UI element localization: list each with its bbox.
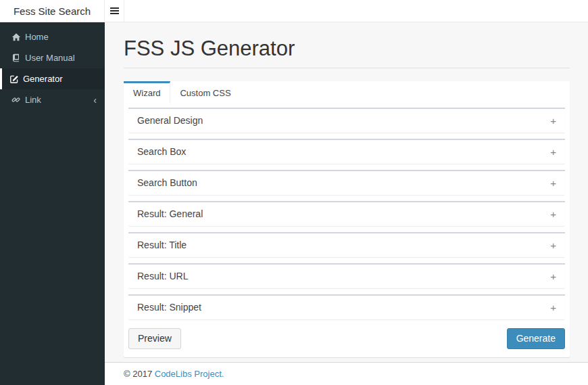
sidebar-item-label: User Manual [25, 53, 75, 63]
action-button-row: Preview Generate [128, 328, 565, 350]
accordion-general-design[interactable]: General Design + [128, 108, 565, 133]
accordion-label: General Design [137, 115, 550, 126]
sidebar-item-link[interactable]: Link ‹ [0, 89, 105, 110]
sidebar-item-label: Home [25, 32, 49, 42]
accordion-result-general[interactable]: Result: General + [128, 201, 565, 226]
preview-button[interactable]: Preview [128, 328, 181, 350]
copyright-text: © 2017 [124, 369, 152, 379]
plus-icon[interactable]: + [550, 209, 556, 219]
tab-custom-css[interactable]: Custom CSS [170, 81, 240, 104]
top-navbar: Fess Site Search [0, 0, 588, 22]
sidebar-item-user-manual[interactable]: User Manual [0, 47, 105, 68]
generator-card: Wizard Custom CSS General Design + Searc… [124, 81, 570, 358]
sidebar-item-label: Link [25, 95, 93, 105]
sidebar-item-generator[interactable]: Generator [0, 68, 105, 89]
accordion-label: Result: Title [137, 240, 550, 250]
link-icon [11, 95, 25, 104]
page-footer: © 2017 CodeLibs Project. [105, 362, 588, 385]
plus-icon[interactable]: + [550, 178, 556, 188]
hamburger-icon [110, 7, 119, 14]
accordion-result-title[interactable]: Result: Title + [128, 232, 565, 257]
wizard-tab-panel: General Design + Search Box + Search But… [124, 104, 570, 358]
plus-icon[interactable]: + [550, 271, 556, 281]
plus-icon[interactable]: + [550, 302, 556, 313]
home-icon [11, 32, 25, 42]
accordion-label: Search Button [137, 177, 550, 188]
book-icon [11, 53, 25, 62]
page-title: FSS JS Generator [124, 38, 570, 60]
sidebar: Home User Manual Generator Link ‹ [0, 22, 105, 385]
brand-logo[interactable]: Fess Site Search [0, 0, 105, 22]
generate-button[interactable]: Generate [507, 328, 565, 350]
accordion-search-box[interactable]: Search Box + [128, 139, 565, 164]
sidebar-item-label: Generator [23, 74, 63, 84]
plus-icon[interactable]: + [550, 116, 556, 126]
codelibs-link[interactable]: CodeLibs Project. [155, 369, 224, 379]
tab-bar: Wizard Custom CSS [124, 81, 570, 104]
accordion-label: Result: Snippet [137, 302, 550, 313]
sidebar-toggle-button[interactable] [105, 0, 124, 22]
accordion-search-button[interactable]: Search Button + [128, 170, 565, 195]
accordion-result-snippet[interactable]: Result: Snippet + [128, 294, 565, 319]
accordion-label: Search Box [137, 146, 550, 157]
plus-icon[interactable]: + [550, 240, 556, 250]
accordion-result-url[interactable]: Result: URL + [128, 263, 565, 288]
main-area: FSS JS Generator Wizard Custom CSS Gener… [105, 22, 588, 385]
content-wrapper: FSS JS Generator Wizard Custom CSS Gener… [105, 22, 588, 362]
accordion-label: Result: URL [137, 271, 550, 281]
tab-wizard[interactable]: Wizard [124, 81, 170, 104]
title-divider [124, 68, 570, 68]
sidebar-item-home[interactable]: Home [0, 26, 105, 47]
pencil-square-icon [9, 74, 23, 84]
chevron-left-icon: ‹ [93, 95, 97, 105]
accordion-label: Result: General [137, 208, 550, 219]
plus-icon[interactable]: + [550, 147, 556, 157]
